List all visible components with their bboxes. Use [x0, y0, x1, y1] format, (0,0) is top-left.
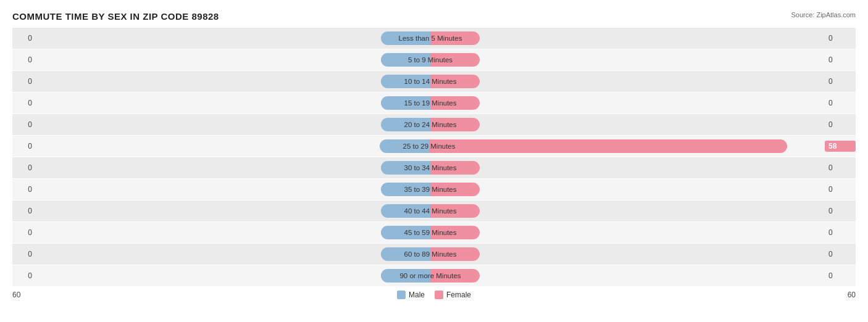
legend-item-female: Female: [435, 291, 471, 299]
left-value: 0: [12, 34, 36, 43]
right-value: 0: [825, 120, 856, 129]
left-value: 0: [12, 163, 36, 172]
male-bar: [381, 118, 430, 131]
male-swatch: [397, 291, 406, 299]
female-bar: [430, 247, 480, 261]
right-value: 0: [825, 250, 856, 258]
legend: Male Female: [397, 291, 471, 299]
male-bar: [381, 269, 430, 283]
bar-row: 010 to 14 Minutes0: [12, 71, 856, 92]
right-value: 0: [825, 34, 856, 43]
chart-area: 0Less than 5 Minutes005 to 9 Minutes0010…: [12, 28, 856, 287]
bar-row: 090 or more Minutes0: [12, 265, 856, 286]
right-value: 0: [825, 271, 856, 280]
female-bar: [429, 139, 787, 153]
legend-item-male: Male: [397, 291, 425, 299]
bar-row: 060 to 89 Minutes0: [12, 244, 856, 265]
left-value: 0: [12, 207, 36, 215]
female-bar: [430, 161, 480, 175]
male-bar: [381, 226, 430, 239]
male-bar: [380, 139, 429, 153]
male-bar: [381, 247, 430, 261]
female-bar: [430, 53, 480, 67]
female-bar: [430, 31, 480, 45]
male-bar: [381, 31, 430, 45]
chart-container: COMMUTE TIME BY SEX IN ZIP CODE 89828 So…: [0, 0, 868, 322]
female-bar: [430, 183, 480, 196]
right-value: 0: [825, 207, 856, 215]
left-value: 0: [12, 228, 36, 237]
bar-row: 05 to 9 Minutes0: [12, 49, 856, 70]
bar-row: 025 to 29 Minutes58: [12, 136, 856, 157]
male-bar: [381, 161, 430, 175]
source-label: Source: ZipAtlas.com: [791, 11, 856, 19]
axis-label-right: 60: [819, 291, 856, 299]
left-value: 0: [12, 271, 36, 280]
left-value: 0: [12, 250, 36, 258]
bar-row: 030 to 34 Minutes0: [12, 157, 856, 178]
left-value: 0: [12, 99, 36, 107]
female-bar: [430, 96, 480, 110]
bar-row: 040 to 44 Minutes0: [12, 200, 856, 221]
male-bar: [381, 183, 430, 196]
right-value: 58: [825, 141, 856, 152]
bar-row: 035 to 39 Minutes0: [12, 179, 856, 200]
legend-male-label: Male: [409, 291, 425, 299]
bar-row: 0Less than 5 Minutes0: [12, 28, 856, 49]
bar-row: 015 to 19 Minutes0: [12, 93, 856, 114]
right-value: 0: [825, 99, 856, 107]
female-bar: [430, 269, 480, 283]
right-value: 0: [825, 56, 856, 64]
right-value: 0: [825, 185, 856, 194]
female-bar: [430, 118, 480, 131]
chart-title: COMMUTE TIME BY SEX IN ZIP CODE 89828: [12, 11, 856, 22]
female-bar: [430, 75, 480, 88]
legend-female-label: Female: [446, 291, 471, 299]
male-bar: [381, 204, 430, 218]
axis-label-left: 60: [12, 291, 49, 299]
left-value: 0: [12, 77, 36, 86]
right-value: 0: [825, 228, 856, 237]
bar-row: 045 to 59 Minutes0: [12, 222, 856, 243]
male-bar: [381, 96, 430, 110]
female-bar: [430, 226, 480, 239]
male-bar: [381, 53, 430, 67]
left-value: 0: [12, 142, 36, 151]
left-value: 0: [12, 120, 36, 129]
right-value: 0: [825, 163, 856, 172]
right-value: 0: [825, 77, 856, 86]
female-swatch: [435, 291, 443, 299]
left-value: 0: [12, 56, 36, 64]
bottom-row: 60 Male Female 60: [12, 291, 856, 299]
male-bar: [381, 75, 430, 88]
bar-row: 020 to 24 Minutes0: [12, 114, 856, 135]
female-bar: [430, 204, 480, 218]
left-value: 0: [12, 185, 36, 194]
